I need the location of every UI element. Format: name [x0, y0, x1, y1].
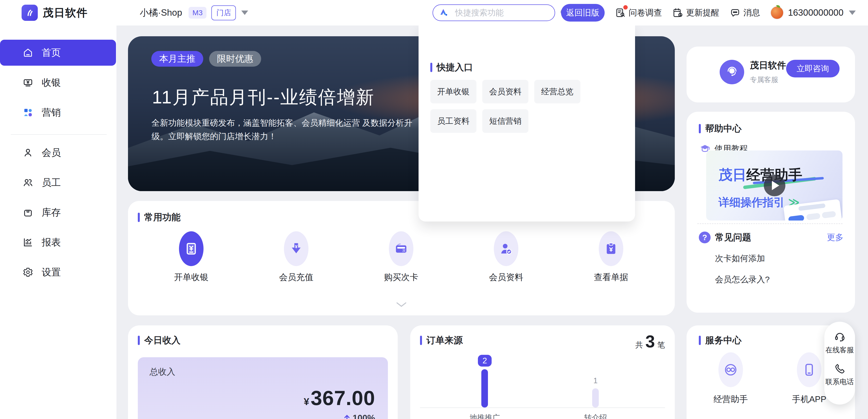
func-member-recharge[interactable]: ¥ 会员充值 [267, 231, 326, 283]
member-icon [23, 147, 33, 158]
section-accent-bar [138, 336, 140, 345]
faq-item-member-entry[interactable]: 会员怎么录入? [715, 274, 770, 285]
dashed-divider [698, 223, 842, 224]
section-accent-bar [699, 124, 701, 133]
floating-contact-panel: 在线客服 联系电话 [824, 322, 855, 405]
income-trend: 100% [343, 413, 375, 419]
play-button[interactable] [764, 175, 785, 196]
x-axis-label: 转介绍 [566, 413, 625, 419]
account-phone: 16300000000 [788, 8, 843, 18]
sidebar-label: 报表 [42, 236, 61, 249]
sidebar-item-inventory[interactable]: 库存 [0, 199, 117, 225]
quick-entry-title: 快捷入口 [437, 61, 473, 73]
quick-entry-sms-button[interactable]: 短信营销 [482, 109, 528, 133]
store-dropdown-caret-icon[interactable] [241, 10, 248, 15]
collapse-chevron-icon[interactable] [396, 302, 407, 308]
order-total: 共 3 笔 [635, 332, 665, 351]
user-avatar[interactable] [770, 6, 784, 19]
banner-title: 11月产品月刊--业绩倍增新 [152, 85, 375, 110]
receipt-yen-icon [179, 231, 204, 266]
version-badge: M3 [189, 7, 207, 19]
quick-entry-member-info-button[interactable]: 会员资料 [482, 80, 528, 103]
sidebar-item-home[interactable]: 首页 [0, 40, 116, 66]
today-income-card: 今日收入 总收入 ¥ 367.00 100% [128, 325, 398, 419]
cashier-icon [23, 77, 33, 88]
quick-entry-overview-button[interactable]: 经营总览 [534, 80, 580, 103]
question-circle-icon: ? [699, 231, 711, 243]
sidebar-label: 库存 [42, 206, 61, 219]
sidebar-item-marketing[interactable]: 营销 [0, 99, 117, 125]
brand-name: 茂日软件 [43, 6, 88, 20]
faq-more-link[interactable]: 更多 [827, 232, 843, 243]
sidebar-item-cashier[interactable]: 收银 [0, 70, 117, 96]
marketing-icon [23, 107, 33, 118]
search-box[interactable] [433, 4, 555, 21]
up-arrow-icon [343, 414, 351, 419]
update-reminder-menu-item[interactable]: 更新提醒 [672, 7, 719, 19]
section-accent-bar [420, 336, 422, 345]
shop-name[interactable]: 小橘·Shop [140, 7, 182, 19]
total-prefix: 共 [635, 340, 643, 350]
tutorial-video-thumbnail[interactable]: 茂日经营助手 详细操作指引≫ [706, 151, 842, 221]
func-view-receipts[interactable]: 查看单据 [582, 231, 641, 283]
sidebar-item-settings[interactable]: 设置 [0, 259, 117, 285]
top-header: 茂日软件 小橘·Shop M3 门店 返 [0, 0, 868, 26]
faq-item-punch-card[interactable]: 次卡如何添加 [715, 253, 765, 264]
search-input[interactable] [455, 8, 559, 18]
order-source-card: 订单来源 共 3 笔 2 1 地推推广 转介绍 [410, 325, 675, 419]
currency-symbol: ¥ [304, 396, 309, 407]
online-service-item[interactable]: 在线客服 [826, 330, 854, 355]
consult-now-button[interactable]: 立即咨询 [786, 60, 840, 77]
func-label: 开单收银 [162, 271, 221, 283]
support-subtitle: 专属客服 [750, 75, 778, 85]
video-subtitle: 详细操作指引 [718, 196, 785, 208]
trend-value: 100% [352, 413, 375, 419]
back-old-version-button[interactable]: 返回旧版 [561, 4, 604, 22]
svc-business-assistant[interactable]: 经营助手 [701, 352, 760, 405]
support-brand-name: 茂日软件 [750, 59, 786, 71]
sidebar-label: 会员 [42, 146, 61, 159]
dashboard-page: 茂日软件 小橘·Shop M3 门店 返 [0, 0, 868, 419]
sidebar-item-staff[interactable]: 员工 [0, 169, 117, 196]
contact-phone-item[interactable]: 联系电话 [826, 362, 854, 387]
svg-text:¥: ¥ [295, 244, 298, 249]
message-menu-item[interactable]: 消息 [730, 7, 760, 19]
survey-menu-item[interactable]: 问卷调查 [615, 7, 662, 19]
account-dropdown-caret-icon[interactable] [849, 10, 856, 15]
sidebar-label: 员工 [42, 176, 61, 189]
sidebar-nav: 首页 收银 营销 会员 [0, 26, 117, 419]
gear-icon [23, 267, 33, 278]
func-open-bill[interactable]: 开单收银 [162, 231, 221, 283]
banner-tag-primary: 本月主推 [151, 51, 203, 67]
sidebar-item-reports[interactable]: 报表 [0, 229, 117, 255]
func-member-profile[interactable]: 会员资料 [477, 231, 535, 283]
func-buy-punch-card[interactable]: 次 购买次卡 [372, 231, 431, 283]
customer-service-avatar [720, 60, 744, 84]
avatar-leaf-decoration [776, 5, 780, 8]
sidebar-item-members[interactable]: 会员 [0, 140, 117, 166]
quick-entry-staff-info-button[interactable]: 员工资料 [430, 109, 476, 133]
common-functions-title: 常用功能 [144, 211, 181, 223]
func-label: 会员资料 [477, 271, 535, 283]
message-label: 消息 [743, 7, 760, 19]
income-amount: 367.00 [311, 386, 375, 410]
today-income-title: 今日收入 [144, 334, 181, 347]
contact-phone-label: 联系电话 [826, 377, 854, 387]
support-card: 茂日软件 专属客服 立即咨询 [687, 46, 855, 102]
svc-label: 经营助手 [701, 393, 760, 405]
assistant-infinity-icon [718, 352, 743, 387]
staff-icon [23, 177, 33, 188]
report-icon [23, 237, 33, 248]
quick-entry-cashier-button[interactable]: 开单收银 [430, 80, 476, 103]
faq-title: 常见问题 [715, 231, 751, 244]
func-label: 购买次卡 [372, 271, 431, 283]
total-income-label: 总收入 [150, 366, 175, 378]
banner-tag-secondary: 限时优惠 [209, 51, 261, 67]
sidebar-divider [11, 134, 107, 135]
sidebar-label: 设置 [42, 266, 61, 279]
punch-card-icon: 次 [389, 231, 413, 266]
bar-value-label: 1 [592, 376, 599, 385]
member-check-icon [494, 231, 518, 266]
svg-text:次: 次 [402, 249, 406, 252]
func-label: 查看单据 [582, 271, 641, 283]
